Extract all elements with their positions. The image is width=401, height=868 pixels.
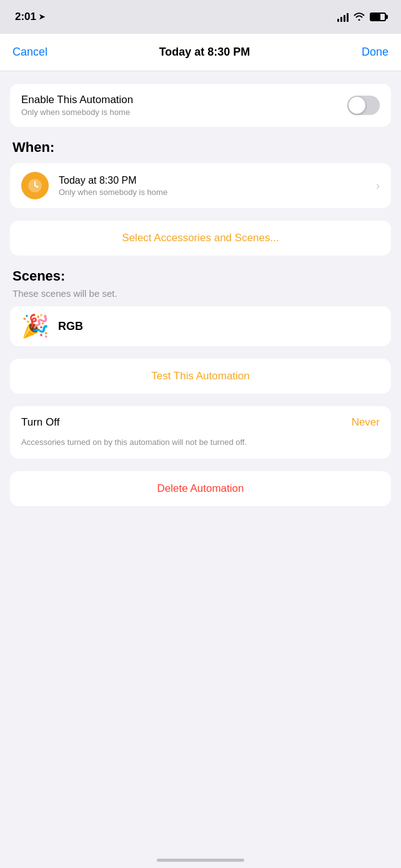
home-indicator bbox=[157, 859, 244, 862]
chevron-right-icon: › bbox=[376, 179, 380, 192]
status-icons bbox=[337, 12, 386, 22]
turn-off-value[interactable]: Never bbox=[352, 416, 380, 429]
turn-off-row[interactable]: Turn Off Never bbox=[10, 406, 391, 436]
enable-text: Enable This Automation Only when somebod… bbox=[21, 94, 133, 117]
time-display: 2:01 bbox=[15, 11, 36, 23]
scenes-card: 🎉 RGB bbox=[10, 306, 391, 346]
enable-automation-card: Enable This Automation Only when somebod… bbox=[10, 84, 391, 127]
toggle-thumb bbox=[349, 97, 365, 114]
select-row[interactable]: Select Accessories and Scenes... bbox=[10, 221, 391, 256]
when-card[interactable]: Today at 8:30 PM Only when somebody is h… bbox=[10, 163, 391, 208]
scene-name: RGB bbox=[58, 320, 83, 333]
nav-title: Today at 8:30 PM bbox=[159, 46, 250, 59]
when-text: Today at 8:30 PM Only when somebody is h… bbox=[59, 175, 167, 197]
when-time: Today at 8:30 PM bbox=[59, 175, 167, 186]
test-label: Test This Automation bbox=[151, 370, 250, 382]
enable-row: Enable This Automation Only when somebod… bbox=[10, 84, 391, 127]
when-condition: Only when somebody is home bbox=[59, 187, 167, 197]
turn-off-card: Turn Off Never Accessories turned on by … bbox=[10, 406, 391, 459]
scenes-header: Scenes: bbox=[12, 268, 389, 284]
delete-row[interactable]: Delete Automation bbox=[10, 471, 391, 506]
location-arrow-icon: ➤ bbox=[39, 12, 45, 21]
turn-off-label: Turn Off bbox=[21, 416, 59, 429]
battery-icon bbox=[370, 12, 386, 21]
status-bar: 2:01 ➤ bbox=[0, 0, 401, 34]
enable-toggle[interactable] bbox=[347, 96, 380, 115]
enable-label: Enable This Automation bbox=[21, 94, 133, 106]
when-row[interactable]: Today at 8:30 PM Only when somebody is h… bbox=[10, 163, 391, 208]
delete-label: Delete Automation bbox=[157, 482, 244, 495]
clock-icon bbox=[21, 172, 49, 199]
scenes-sublabel: These scenes will be set. bbox=[12, 288, 389, 299]
delete-automation-card[interactable]: Delete Automation bbox=[10, 471, 391, 506]
when-header: When: bbox=[12, 139, 389, 156]
test-row[interactable]: Test This Automation bbox=[10, 359, 391, 394]
status-time: 2:01 ➤ bbox=[15, 11, 45, 23]
enable-sublabel: Only when somebody is home bbox=[21, 107, 133, 117]
done-button[interactable]: Done bbox=[362, 46, 389, 59]
signal-icon bbox=[337, 12, 349, 22]
scene-emoji: 🎉 bbox=[21, 315, 49, 337]
wifi-icon bbox=[354, 12, 365, 22]
main-content: Enable This Automation Only when somebod… bbox=[0, 71, 401, 531]
select-label: Select Accessories and Scenes... bbox=[122, 232, 279, 244]
select-accessories-card[interactable]: Select Accessories and Scenes... bbox=[10, 221, 391, 256]
turn-off-description: Accessories turned on by this automation… bbox=[10, 436, 391, 459]
cancel-button[interactable]: Cancel bbox=[12, 46, 47, 59]
test-automation-card[interactable]: Test This Automation bbox=[10, 359, 391, 394]
scene-row: 🎉 RGB bbox=[10, 306, 391, 346]
nav-bar: Cancel Today at 8:30 PM Done bbox=[0, 34, 401, 71]
